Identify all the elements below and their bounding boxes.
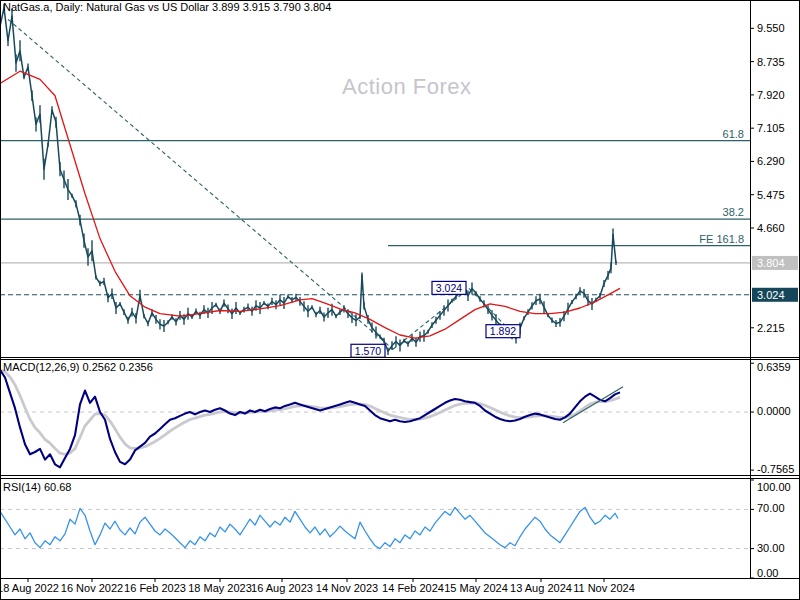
rsi-indicator-label: RSI(14) 60.68 [3, 481, 71, 493]
macd-indicator-label: MACD(12,26,9) 0.2562 0.2356 [3, 361, 153, 373]
symbol-ohlc-title: NatGas.a, Daily: Natural Gas vs US Dolla… [3, 1, 331, 13]
price-scale-axis[interactable] [750, 0, 800, 578]
macd-panel[interactable] [0, 360, 750, 475]
chart-window: 61.838.2FE 161.83.0241.5701.8929.5508.73… [0, 0, 800, 600]
rsi-panel[interactable] [0, 480, 750, 578]
watermark: Action Forex [342, 74, 472, 100]
time-scale-axis[interactable] [0, 578, 800, 600]
price-panel[interactable] [0, 12, 750, 357]
